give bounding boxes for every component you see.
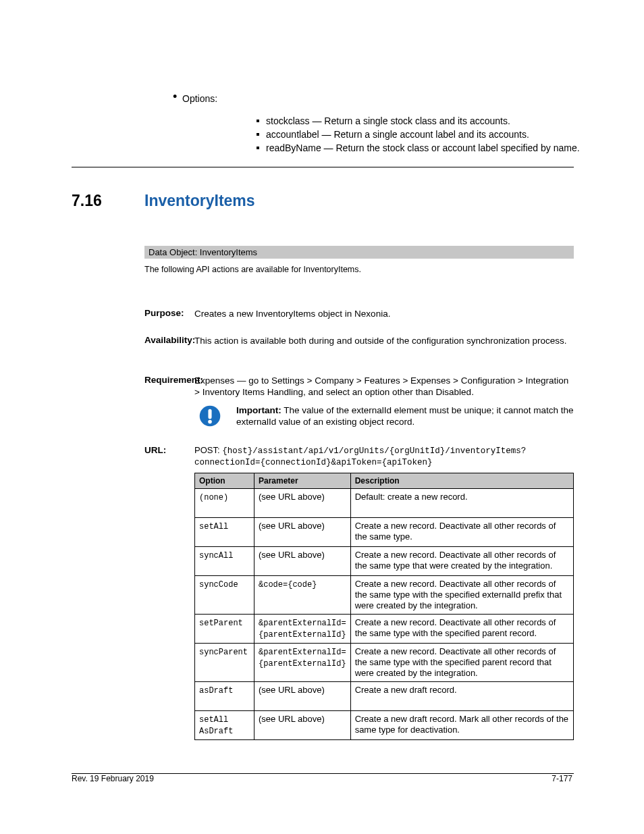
section-number: 7.16	[72, 192, 102, 210]
table-row: syncCode&code={code}Create a new record.…	[195, 576, 574, 615]
availability-label: Availability:	[144, 335, 195, 345]
table-header-description: Description	[350, 473, 573, 489]
requirement-body: Expenses — go to Settings > Company > Fe…	[194, 375, 574, 398]
list-item: stockclass — Return a single stock class…	[266, 114, 580, 128]
options-bullet: Options:	[182, 92, 580, 105]
url-line1: {host}/assistant/api/v1/orgUnits/{orgUni…	[222, 446, 526, 456]
list-item: accountlabel — Return a single account l…	[266, 128, 580, 141]
divider-top	[72, 167, 574, 167]
table-row: setAll AsDraft(see URL above)Create a ne…	[195, 711, 574, 740]
url-body: POST: {host}/assistant/api/v1/orgUnits/{…	[194, 445, 574, 468]
table-cell: Create a new record. Deactivate all othe…	[350, 644, 573, 682]
url-prefix: POST:	[194, 445, 220, 455]
table-body: (none)(see URL above)Default: create a n…	[195, 489, 574, 740]
table-cell: &parentExternalId= {parentExternalId}	[254, 615, 351, 644]
table-cell: Create a new record. Deactivate all othe…	[350, 615, 573, 644]
table-cell: Create a new record. Deactivate all othe…	[350, 576, 573, 615]
footer-right: 7-177	[552, 774, 572, 783]
availability-body: This action is available both during and…	[194, 335, 574, 346]
list-item: readByName — Return the stock class or a…	[266, 141, 580, 155]
table-cell: Create a new draft record.	[350, 682, 573, 711]
table-cell: syncParent	[195, 644, 254, 682]
options-inner-list: stockclass — Return a single stock class…	[266, 114, 580, 155]
options-label: Options:	[182, 93, 217, 104]
footer-left: Rev. 19 February 2019	[72, 774, 154, 783]
data-object-band: Data Object: InventoryItems	[144, 246, 574, 259]
document-page: Options: stockclass — Return a single st…	[0, 0, 644, 834]
table-cell: (see URL above)	[254, 711, 351, 740]
top-bullet-block: Options: stockclass — Return a single st…	[182, 92, 580, 164]
table-cell: (see URL above)	[254, 682, 351, 711]
options-table: Option Parameter Description (none)(see …	[194, 473, 574, 740]
section-title: InventoryItems	[144, 192, 255, 210]
table-header-row: Option Parameter Description	[195, 473, 574, 489]
table-cell: (see URL above)	[254, 489, 351, 518]
table-cell: &code={code}	[254, 576, 351, 615]
data-object-note: The following API actions are available …	[144, 263, 574, 276]
url-label: URL:	[144, 445, 166, 455]
table-cell: Create a new record. Deactivate all othe…	[350, 518, 573, 547]
purpose-label: Purpose:	[144, 308, 184, 318]
table-cell: Default: create a new record.	[350, 489, 573, 518]
table-header-parameter: Parameter	[254, 473, 351, 489]
table-cell: asDraft	[195, 682, 254, 711]
table-cell: setParent	[195, 615, 254, 644]
table-cell: (none)	[195, 489, 254, 518]
important-text: Important: The value of the externalId e…	[236, 405, 574, 432]
important-body: The value of the externalId element must…	[236, 405, 574, 427]
purpose-body: Creates a new InventoryItems object in N…	[194, 308, 574, 319]
table-row: syncAll(see URL above)Create a new recor…	[195, 547, 574, 576]
important-box: Important: The value of the externalId e…	[194, 405, 574, 432]
svg-point-2	[208, 420, 212, 424]
table-row: setAll(see URL above)Create a new record…	[195, 518, 574, 547]
data-object-band-label: Data Object: InventoryItems	[149, 247, 257, 257]
table-cell: (see URL above)	[254, 518, 351, 547]
table-row: setParent&parentExternalId= {parentExter…	[195, 615, 574, 644]
table-cell: syncAll	[195, 547, 254, 576]
table-cell: setAll AsDraft	[195, 711, 254, 740]
table-cell: syncCode	[195, 576, 254, 615]
table-cell: Create a new draft record. Mark all othe…	[350, 711, 573, 740]
table-row: syncParent&parentExternalId= {parentExte…	[195, 644, 574, 682]
table-cell: &parentExternalId= {parentExternalId}	[254, 644, 351, 682]
table-cell: (see URL above)	[254, 547, 351, 576]
table-row: asDraft(see URL above)Create a new draft…	[195, 682, 574, 711]
url-line2: connectionId={connectionId}&apiToken={ap…	[194, 458, 433, 467]
table-row: (none)(see URL above)Default: create a n…	[195, 489, 574, 518]
important-label: Important:	[236, 405, 281, 415]
table-cell: Create a new record. Deactivate all othe…	[350, 547, 573, 576]
important-icon	[198, 405, 221, 430]
table-cell: setAll	[195, 518, 254, 547]
svg-rect-1	[208, 409, 211, 419]
table-header-option: Option	[195, 473, 254, 489]
